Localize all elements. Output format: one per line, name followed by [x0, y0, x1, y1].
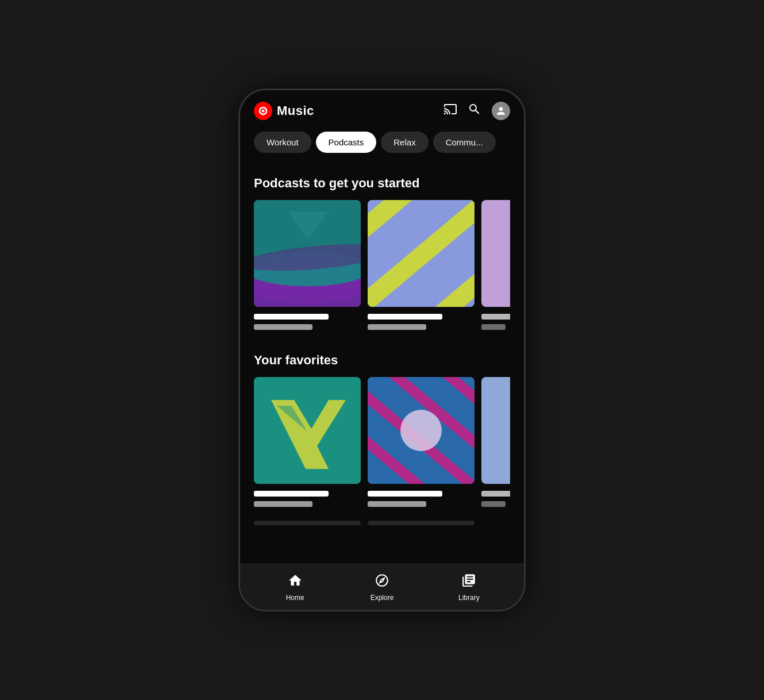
fav-card-2-label-1: [368, 491, 442, 497]
nav-home-label: Home: [286, 594, 304, 602]
podcast-card-2-label-2: [368, 324, 426, 330]
nav-item-library[interactable]: Library: [446, 573, 492, 602]
fav-card-1-label-2: [254, 501, 312, 507]
fav-card-3-label-2: [481, 501, 506, 507]
podcast-card-2-label-1: [368, 314, 442, 320]
bottom-nav: Home Explore Library: [240, 564, 524, 610]
explore-icon: [375, 573, 389, 591]
fav-card-1-art: [254, 377, 361, 484]
user-avatar[interactable]: [492, 102, 510, 120]
podcast-card-3-wrapper: [481, 200, 510, 330]
fav-card-3-partial[interactable]: [481, 377, 510, 484]
fav-card-3-label-1: [481, 491, 510, 497]
tab-podcasts[interactable]: Podcasts: [316, 132, 377, 153]
tabs-container: Workout Podcasts Relax Commu...: [240, 127, 524, 162]
favorites-cards-row: [254, 377, 510, 507]
podcasts-section: Podcasts to get you started: [240, 167, 524, 344]
podcast-card-1-art: [254, 200, 361, 307]
scroll-hint-1: [254, 521, 361, 525]
header-icons: [443, 102, 510, 120]
podcast-card-3-label-2: [481, 324, 506, 330]
phone-frame: Music Workout Pod: [238, 89, 526, 611]
nav-item-explore[interactable]: Explore: [359, 573, 405, 602]
podcast-card-1[interactable]: [254, 200, 361, 307]
favorites-section-title: Your favorites: [254, 353, 510, 368]
home-icon: [288, 573, 303, 591]
favorites-section: Your favorites: [240, 344, 524, 521]
podcast-card-1-wrapper: [254, 200, 361, 330]
fav-card-2-wrapper: [368, 377, 474, 507]
podcast-card-2-wrapper: [368, 200, 474, 330]
fav-card-1-label-1: [254, 491, 329, 497]
fav-card-1-wrapper: [254, 377, 361, 507]
podcast-card-3-label-1: [481, 314, 510, 320]
podcasts-section-title: Podcasts to get you started: [254, 176, 510, 191]
fav-card-2[interactable]: [368, 377, 474, 484]
svg-point-8: [254, 252, 361, 286]
content-area: Podcasts to get you started: [240, 162, 524, 541]
tab-workout[interactable]: Workout: [254, 132, 311, 153]
app-title: Music: [277, 103, 314, 118]
nav-explore-label: Explore: [371, 594, 394, 602]
podcast-card-1-label-2: [254, 324, 312, 330]
yt-music-logo: [254, 102, 272, 120]
header: Music: [240, 90, 524, 127]
cast-icon[interactable]: [443, 102, 457, 120]
scroll-hints: [240, 521, 524, 532]
fav-card-1[interactable]: [254, 377, 361, 484]
nav-item-home[interactable]: Home: [272, 573, 318, 602]
logo-area: Music: [254, 102, 314, 120]
fav-card-3-wrapper: [481, 377, 510, 507]
nav-library-label: Library: [458, 594, 480, 602]
podcast-card-1-label-1: [254, 314, 329, 320]
scroll-hint-2: [368, 521, 474, 525]
play-circle-overlay[interactable]: [400, 410, 442, 451]
tab-commute[interactable]: Commu...: [433, 132, 496, 153]
podcast-card-2[interactable]: [368, 200, 474, 307]
search-icon[interactable]: [468, 102, 481, 120]
tab-relax[interactable]: Relax: [381, 132, 428, 153]
podcasts-cards-row: [254, 200, 510, 330]
library-icon: [461, 573, 476, 591]
fav-card-2-label-2: [368, 501, 426, 507]
podcast-card-3-partial[interactable]: [481, 200, 510, 307]
podcast-card-2-art: [368, 200, 474, 307]
